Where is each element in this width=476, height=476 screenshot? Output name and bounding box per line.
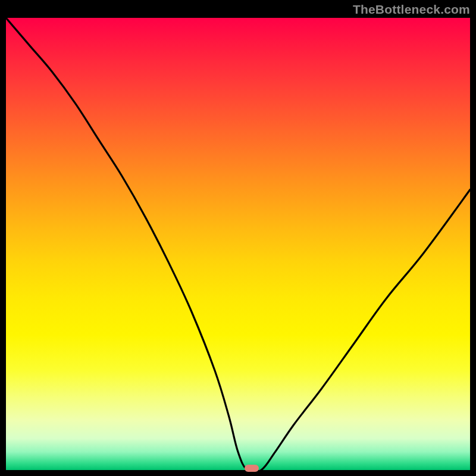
curve-svg xyxy=(6,18,470,470)
bottleneck-minimum-marker xyxy=(245,465,259,472)
bottleneck-curve xyxy=(6,18,470,470)
plot-area xyxy=(6,18,470,470)
watermark-text: TheBottleneck.com xyxy=(353,2,470,17)
chart-frame: TheBottleneck.com xyxy=(0,0,476,476)
